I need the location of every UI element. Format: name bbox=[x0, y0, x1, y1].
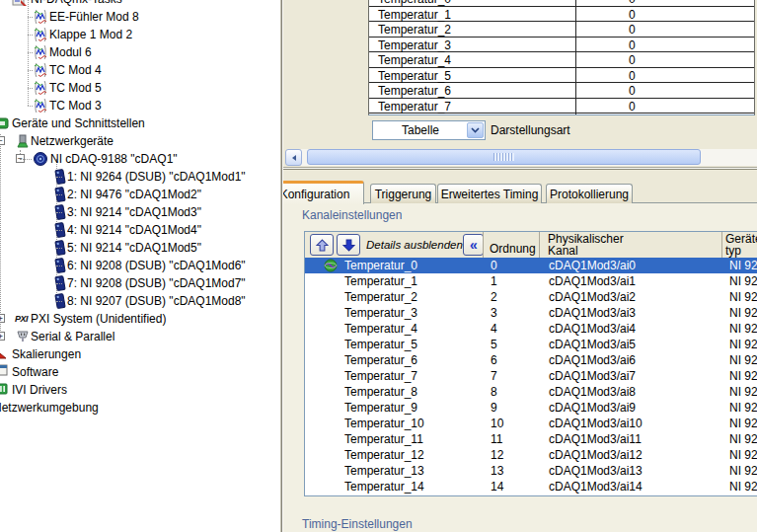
software-icon bbox=[0, 364, 10, 380]
column-header-device-type[interactable]: Geräte typ bbox=[725, 233, 757, 257]
channel-name: Temperatur_10 bbox=[344, 416, 424, 431]
value-row[interactable]: Temperatur_40 bbox=[369, 52, 754, 68]
value-row-value[interactable]: 0 bbox=[629, 38, 636, 52]
tree-item[interactable]: 7: NI 9208 (DSUB) "cDAQ1Mod7" bbox=[0, 274, 280, 292]
tab-triggerung[interactable]: Triggerung bbox=[370, 184, 436, 203]
move-down-button[interactable] bbox=[337, 234, 360, 256]
tree-item[interactable]: Netzwerkumgebung bbox=[0, 399, 280, 417]
column-header-physical-channel[interactable]: Physikalischer Kanal bbox=[548, 233, 639, 257]
value-table-rows: Temperatur_00Temperatur_10Temperatur_20T… bbox=[369, 0, 754, 114]
tree-item-label: PXI System (Unidentified) bbox=[31, 312, 166, 326]
channel-name: Temperatur_7 bbox=[344, 368, 417, 384]
tree-item-label: EE-Fühler Mod 8 bbox=[49, 10, 139, 24]
tree-item[interactable]: EE-Fühler Mod 8 bbox=[0, 8, 280, 26]
physical-channel: cDAQ1Mod3/ai3 bbox=[549, 305, 636, 321]
channel-order: 14 bbox=[491, 479, 503, 494]
channel-row[interactable]: Temperatur_55cDAQ1Mod3/ai5NI 921 bbox=[305, 337, 757, 352]
physical-channel: cDAQ1Mod3/ai5 bbox=[549, 337, 636, 352]
tree-item[interactable]: −Netzwerkgeräte bbox=[0, 132, 280, 150]
view-type-value: Tabelle bbox=[373, 123, 468, 137]
tree-item[interactable]: 3: NI 9214 "cDAQ1Mod3" bbox=[0, 203, 280, 221]
channel-row[interactable]: Temperatur_99cDAQ1Mod3/ai9NI 921 bbox=[305, 400, 757, 416]
tree-item[interactable]: TC Mod 5 bbox=[0, 79, 280, 97]
value-table-column-divider bbox=[575, 0, 576, 114]
tree-item[interactable]: −NI cDAQ-9188 "cDAQ1" bbox=[0, 150, 280, 168]
value-row-value[interactable]: 0 bbox=[629, 100, 636, 114]
scroll-left-button[interactable] bbox=[285, 149, 302, 166]
header-separator bbox=[539, 232, 540, 258]
pxi-icon: PXI bbox=[15, 311, 31, 327]
tree-item[interactable]: 1: NI 9264 (DSUB) "cDAQ1Mod1" bbox=[0, 168, 280, 186]
channel-row[interactable]: Temperatur_22cDAQ1Mod3/ai2NI 921 bbox=[305, 289, 757, 305]
channel-row[interactable]: Temperatur_66cDAQ1Mod3/ai6NI 921 bbox=[305, 352, 757, 368]
tree-item-label: Klappe 1 Mod 2 bbox=[49, 28, 132, 41]
hide-details-button[interactable]: Details ausblenden bbox=[366, 239, 463, 251]
channel-row[interactable]: Temperatur_77cDAQ1Mod3/ai7NI 921 bbox=[305, 368, 757, 384]
tab-erweitertes-timing[interactable]: Erweitertes Timing bbox=[437, 184, 542, 203]
move-up-button[interactable] bbox=[310, 234, 334, 256]
task-icon bbox=[33, 98, 48, 114]
value-row[interactable]: Temperatur_50 bbox=[369, 68, 754, 84]
channel-order: 2 bbox=[491, 289, 497, 305]
value-row[interactable]: Temperatur_70 bbox=[369, 99, 754, 114]
tree-item[interactable]: Geräte und Schnittstellen bbox=[0, 114, 280, 132]
tree-item[interactable]: Modul 6 bbox=[0, 43, 280, 61]
channel-name: Temperatur_13 bbox=[344, 463, 424, 479]
tree-item[interactable]: Klappe 1 Mod 2 bbox=[0, 26, 280, 43]
tree-item[interactable]: NI-DAQmx-Tasks bbox=[0, 0, 280, 8]
channel-name: Temperatur_14 bbox=[344, 479, 424, 494]
column-header-order[interactable]: Ordnung bbox=[490, 243, 536, 255]
channel-row[interactable]: Temperatur_1313cDAQ1Mod3/ai13NI 921 bbox=[305, 463, 757, 479]
combo-dropdown-button[interactable] bbox=[467, 122, 484, 138]
tree-item[interactable]: +Serial & Parallel bbox=[0, 328, 280, 345]
tree-connector bbox=[56, 266, 62, 266]
view-type-combo[interactable]: Tabelle bbox=[372, 120, 486, 140]
tree-item[interactable]: Skalierungen bbox=[0, 345, 280, 363]
value-row-name: Temperatur_2 bbox=[378, 23, 451, 37]
tree-item-label: 1: NI 9264 (DSUB) "cDAQ1Mod1" bbox=[67, 170, 246, 184]
channel-row[interactable]: Temperatur_1212cDAQ1Mod3/ai12NI 921 bbox=[305, 447, 757, 463]
collapse-details-button[interactable]: « bbox=[463, 234, 484, 256]
value-row-value[interactable]: 0 bbox=[629, 69, 636, 83]
tree-item[interactable]: 5: NI 9214 "cDAQ1Mod5" bbox=[0, 239, 280, 257]
tab-label: Konfiguration bbox=[283, 188, 349, 201]
tree-item[interactable]: IVI Drivers bbox=[0, 381, 280, 399]
upper-value-table: Temperatur_00Temperatur_10Temperatur_20T… bbox=[368, 0, 755, 115]
value-row-value[interactable]: 0 bbox=[629, 0, 636, 6]
value-row-value[interactable]: 0 bbox=[629, 53, 636, 67]
value-row-value[interactable]: 0 bbox=[629, 8, 636, 22]
channel-row[interactable]: Temperatur_88cDAQ1Mod3/ai8NI 921 bbox=[305, 384, 757, 400]
channel-row[interactable]: Temperatur_1010cDAQ1Mod3/ai10NI 921 bbox=[305, 416, 757, 431]
expand-toggle[interactable]: + bbox=[0, 314, 5, 323]
tree-item[interactable]: 8: NI 9207 (DSUB) "cDAQ1Mod8" bbox=[0, 292, 280, 310]
tree-item[interactable]: +PXIPXI System (Unidentified) bbox=[0, 310, 280, 328]
tab-konfiguration[interactable]: Konfiguration bbox=[283, 181, 364, 204]
tree-item[interactable]: 4: NI 9214 "cDAQ1Mod4" bbox=[0, 221, 280, 239]
expand-toggle[interactable]: + bbox=[0, 332, 5, 341]
h-scrollbar-thumb[interactable] bbox=[307, 149, 701, 165]
channel-row[interactable]: Temperatur_00cDAQ1Mod3/ai0NI 921 bbox=[305, 258, 757, 273]
tab-protokollierung[interactable]: Protokollierung bbox=[546, 184, 633, 203]
channel-order: 13 bbox=[491, 463, 503, 479]
physical-channel: cDAQ1Mod3/ai1 bbox=[549, 273, 636, 289]
tree-item[interactable]: 6: NI 9208 (DSUB) "cDAQ1Mod6" bbox=[0, 257, 280, 274]
device-type: NI 921 bbox=[729, 400, 757, 416]
channel-row[interactable]: Temperatur_11cDAQ1Mod3/ai1NI 921 bbox=[305, 273, 757, 289]
value-row[interactable]: Temperatur_20 bbox=[369, 22, 754, 38]
channel-row[interactable]: Temperatur_1414cDAQ1Mod3/ai14NI 921 bbox=[305, 479, 757, 494]
value-row[interactable]: Temperatur_30 bbox=[369, 38, 754, 53]
value-row[interactable]: Temperatur_60 bbox=[369, 83, 754, 99]
value-row-name: Temperatur_7 bbox=[378, 100, 451, 114]
tree-item[interactable]: Software bbox=[0, 363, 280, 381]
tree-item[interactable]: TC Mod 4 bbox=[0, 61, 280, 79]
value-row-value[interactable]: 0 bbox=[629, 23, 636, 37]
collapse-toggle[interactable]: − bbox=[0, 136, 5, 145]
channel-row[interactable]: Temperatur_44cDAQ1Mod3/ai4NI 921 bbox=[305, 321, 757, 337]
value-row-value[interactable]: 0 bbox=[629, 84, 636, 98]
tree-item[interactable]: TC Mod 3 bbox=[0, 97, 280, 114]
channel-row[interactable]: Temperatur_1111cDAQ1Mod3/ai11NI 921 bbox=[305, 431, 757, 447]
channel-row[interactable]: Temperatur_33cDAQ1Mod3/ai3NI 921 bbox=[305, 305, 757, 321]
physical-channel: cDAQ1Mod3/ai6 bbox=[549, 352, 636, 368]
value-row[interactable]: Temperatur_10 bbox=[369, 7, 754, 23]
tree-item[interactable]: 2: NI 9476 "cDAQ1Mod2" bbox=[0, 186, 280, 203]
